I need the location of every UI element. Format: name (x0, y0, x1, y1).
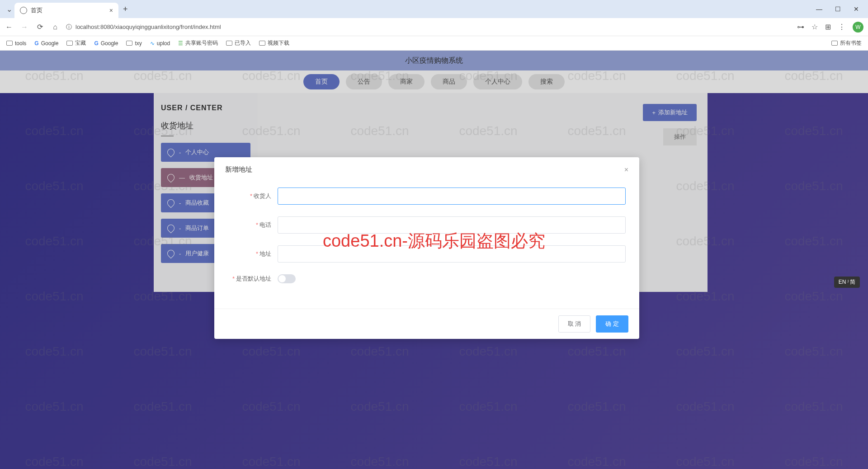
label-recipient: *收货人 (228, 192, 278, 200)
bookmark-baozang[interactable]: 宝藏 (66, 39, 86, 47)
bookmark-share[interactable]: ☰共享账号密码 (178, 39, 218, 47)
bookmarks-bar: tools GGoogle 宝藏 GGoogle txy ∿uplod ☰共享账… (0, 36, 868, 51)
switch-default[interactable] (278, 274, 296, 283)
back-icon[interactable]: ← (5, 23, 14, 31)
info-icon[interactable]: ⓘ (66, 23, 72, 31)
url-field[interactable]: ⓘ localhost:8080/xiaoquyiqingguanlixiton… (66, 23, 791, 31)
extension-icon[interactable]: ⊞ (825, 23, 831, 31)
label-default: *是否默认地址 (228, 275, 278, 283)
form-row-default: *是否默认地址 (228, 274, 626, 283)
modal-footer: 取 消 确 定 (214, 309, 639, 339)
confirm-button[interactable]: 确 定 (596, 315, 628, 333)
form-row-address: *地址 (228, 245, 626, 263)
maximize-icon[interactable]: ☐ (835, 5, 841, 13)
all-bookmarks[interactable]: 所有书签 (831, 39, 862, 47)
bookmark-txy[interactable]: txy (126, 40, 142, 47)
bookmark-uplod[interactable]: ∿uplod (150, 40, 170, 47)
bookmark-tools[interactable]: tools (6, 40, 26, 47)
minimize-icon[interactable]: — (816, 5, 822, 13)
profile-avatar[interactable]: W (853, 22, 863, 33)
cancel-button[interactable]: 取 消 (558, 315, 591, 333)
ime-indicator[interactable]: EN ᴶ 简 (834, 277, 860, 288)
modal-title: 新增地址 (225, 165, 252, 174)
star-icon[interactable]: ☆ (811, 23, 818, 31)
modal-body: *收货人 *电话 *地址 *是否默认地址 (214, 182, 639, 309)
label-address: *地址 (228, 250, 278, 258)
tab-title: 首页 (31, 6, 106, 14)
form-row-phone: *电话 (228, 216, 626, 234)
bookmark-google2[interactable]: GGoogle (94, 40, 118, 47)
input-recipient[interactable] (278, 188, 626, 205)
form-row-recipient: *收货人 (228, 188, 626, 205)
input-phone[interactable] (278, 216, 626, 234)
close-window-icon[interactable]: ✕ (854, 5, 859, 13)
tab-dropdown-icon[interactable]: ⌄ (4, 5, 14, 14)
browser-tab-bar: ⌄ 首页 × + — ☐ ✕ (0, 0, 868, 18)
modal-close-icon[interactable]: × (624, 166, 628, 174)
reload-icon[interactable]: ⟳ (35, 23, 44, 31)
browser-tab[interactable]: 首页 × (14, 3, 118, 18)
bookmark-imported[interactable]: 已导入 (226, 39, 251, 47)
menu-icon[interactable]: ⋮ (838, 23, 845, 31)
address-bar: ← → ⟳ ⌂ ⓘ localhost:8080/xiaoquyiqinggua… (0, 18, 868, 36)
bookmark-google[interactable]: GGoogle (34, 40, 58, 47)
globe-icon (20, 7, 27, 14)
key-icon[interactable]: ⊶ (797, 23, 804, 31)
forward-icon: → (20, 23, 29, 31)
add-address-modal: 新增地址 × *收货人 *电话 *地址 *是否默认地址 取 消 确 定 (214, 157, 639, 339)
tab-close-icon[interactable]: × (109, 7, 113, 14)
home-icon[interactable]: ⌂ (51, 23, 60, 31)
window-controls: — ☐ ✕ (816, 5, 864, 13)
url-text: localhost:8080/xiaoquyiqingguanlixitong/… (75, 23, 221, 30)
label-phone: *电话 (228, 221, 278, 229)
new-tab-button[interactable]: + (123, 5, 128, 14)
modal-header: 新增地址 × (214, 157, 639, 182)
input-address[interactable] (278, 245, 626, 263)
bookmark-video[interactable]: 视频下载 (259, 39, 289, 47)
